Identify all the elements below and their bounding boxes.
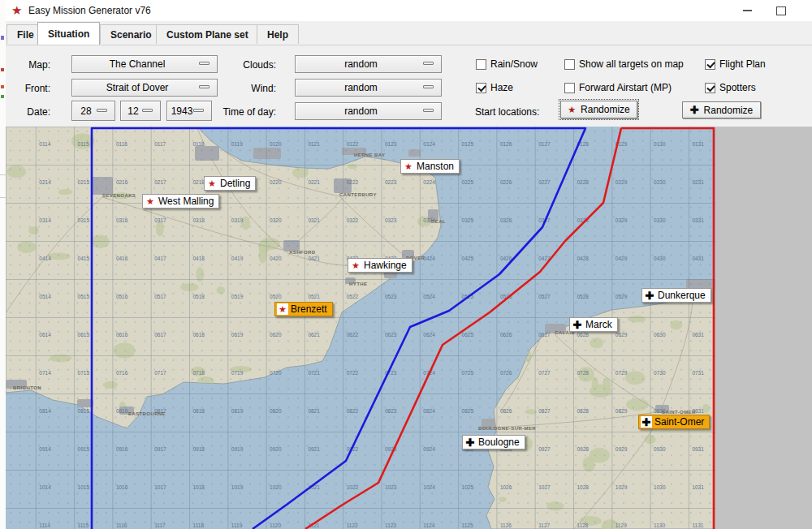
svg-text:0619: 0619 — [231, 332, 244, 338]
maximize-button[interactable] — [767, 0, 795, 21]
svg-text:0118: 0118 — [193, 141, 205, 147]
svg-text:1015: 1015 — [78, 484, 90, 490]
svg-text:0215: 0215 — [78, 179, 90, 185]
title-bar: ★ Easy Mission Generator v76 — [6, 0, 812, 21]
tab-scenario[interactable]: Scenario — [100, 24, 162, 44]
svg-text:0231: 0231 — [692, 179, 704, 185]
svg-text:0725: 0725 — [462, 370, 474, 376]
start-locations-label: Start locations: — [475, 106, 540, 118]
map-combo[interactable]: The Channel — [71, 55, 218, 73]
app-star-icon: ★ — [11, 3, 22, 18]
wind-label: Wind: — [203, 83, 276, 94]
svg-text:0614: 0614 — [39, 332, 51, 338]
svg-text:0416: 0416 — [116, 256, 128, 261]
svg-text:0627: 0627 — [538, 332, 551, 338]
axis-cross-icon: ✚ — [572, 319, 583, 330]
forward-airstart-checkbox[interactable]: Forward Airstart (MP) — [564, 82, 672, 93]
tab-custom-plane-set[interactable]: Custom Plane set — [156, 24, 259, 44]
rain-snow-checkbox[interactable]: Rain/Snow — [476, 58, 538, 70]
spotters-checkbox[interactable]: Spotters — [705, 82, 756, 93]
svg-text:0630: 0630 — [654, 332, 666, 338]
airfield-marker-hawkinge[interactable]: ★Hawkinge — [348, 258, 412, 273]
checkbox-box — [564, 59, 575, 70]
svg-text:0130: 0130 — [654, 141, 666, 147]
svg-text:0226: 0226 — [500, 179, 512, 185]
date-day-combo[interactable]: 28 — [71, 101, 115, 121]
svg-text:0515: 0515 — [78, 294, 90, 299]
svg-text:1028: 1028 — [577, 484, 590, 490]
svg-text:0230: 0230 — [654, 179, 666, 185]
svg-text:0717: 0717 — [154, 370, 166, 376]
randomize-axis-label: Randomize — [704, 105, 754, 116]
svg-text:0815: 0815 — [78, 408, 90, 414]
svg-text:0315: 0315 — [78, 217, 90, 223]
airfield-marker-detling[interactable]: ★Detling — [204, 176, 256, 191]
svg-text:0424: 0424 — [423, 256, 435, 261]
airfield-marker-manston[interactable]: ★Manston — [400, 159, 460, 174]
airfield-name: Hawkinge — [364, 260, 407, 271]
svg-text:0528: 0528 — [577, 294, 590, 299]
svg-text:0829: 0829 — [615, 408, 628, 414]
svg-text:0317: 0317 — [154, 217, 166, 223]
svg-text:0326: 0326 — [500, 217, 512, 223]
svg-text:1029: 1029 — [615, 484, 628, 490]
svg-text:0122: 0122 — [347, 141, 359, 147]
airfield-name: Saint-Omer — [654, 416, 704, 428]
svg-text:0828: 0828 — [577, 408, 590, 414]
allied-star-icon: ★ — [206, 178, 218, 189]
dropdown-dash-icon — [423, 109, 434, 112]
svg-text:1115: 1115 — [78, 523, 89, 528]
front-combo[interactable]: Strait of Dover — [71, 79, 218, 97]
svg-text:0920: 0920 — [270, 446, 282, 452]
svg-text:0521: 0521 — [308, 294, 320, 299]
airfield-marker-dunkerque[interactable]: ✚Dunkerque — [641, 288, 711, 303]
airfield-marker-saint-omer[interactable]: ✚Saint-Omer — [638, 415, 710, 429]
airfield-marker-brenzett[interactable]: ★Brenzett — [274, 302, 333, 316]
svg-text:0414: 0414 — [39, 256, 51, 261]
svg-text:0625: 0625 — [462, 332, 474, 338]
randomize-allied-button[interactable]: ★ Randomize — [560, 101, 637, 118]
checkbox-label: Show all targets on map — [579, 58, 684, 70]
svg-text:1016: 1016 — [116, 484, 128, 490]
svg-text:0124: 0124 — [423, 141, 435, 147]
svg-text:0715: 0715 — [78, 370, 90, 376]
svg-text:0217: 0217 — [154, 179, 166, 185]
svg-text:1130: 1130 — [654, 523, 665, 528]
mission-map[interactable]: 0114011501160117011801190120012101220123… — [6, 127, 715, 529]
svg-text:0720: 0720 — [270, 370, 282, 376]
date-month-combo[interactable]: 12 — [120, 101, 161, 121]
allied-star-icon: ★ — [403, 161, 414, 172]
show-all-targets-checkbox[interactable]: Show all targets on map — [564, 58, 684, 70]
svg-text:0517: 0517 — [154, 294, 166, 299]
allied-star-icon: ★ — [568, 105, 576, 114]
wind-combo[interactable]: random — [295, 79, 442, 97]
haze-checkbox[interactable]: Haze — [476, 82, 513, 93]
svg-text:0916: 0916 — [116, 446, 128, 452]
svg-text:DEAL: DEAL — [431, 219, 446, 224]
svg-text:0119: 0119 — [231, 141, 243, 147]
flight-plan-checkbox[interactable]: Flight Plan — [705, 58, 766, 70]
minimize-button[interactable] — [733, 0, 761, 21]
svg-text:0320: 0320 — [270, 217, 282, 223]
time-of-day-combo[interactable]: random — [295, 102, 442, 120]
tab-label: Scenario — [110, 29, 152, 41]
svg-text:0417: 0417 — [154, 256, 166, 261]
svg-text:1018: 1018 — [193, 484, 205, 490]
svg-text:0431: 0431 — [692, 256, 704, 261]
svg-text:1117: 1117 — [154, 523, 166, 528]
checkbox-label: Flight Plan — [719, 58, 766, 70]
svg-text:0223: 0223 — [385, 179, 397, 185]
tab-situation[interactable]: Situation — [37, 22, 100, 45]
clouds-combo[interactable]: random — [295, 55, 442, 73]
svg-text:0921: 0921 — [308, 446, 320, 452]
airfield-marker-boulogne[interactable]: ✚Boulogne — [462, 435, 525, 449]
svg-text:0322: 0322 — [347, 217, 359, 223]
tab-help[interactable]: Help — [257, 24, 299, 44]
tab-label: Custom Plane set — [166, 29, 248, 41]
airfield-marker-marck[interactable]: ✚Marck — [569, 317, 618, 332]
randomize-axis-button[interactable]: ✚ Randomize — [682, 101, 761, 118]
maximize-icon — [776, 6, 786, 15]
svg-text:0529: 0529 — [615, 294, 628, 299]
airfield-marker-west-malling[interactable]: ★West Malling — [142, 194, 219, 209]
svg-text:0617: 0617 — [154, 332, 166, 338]
